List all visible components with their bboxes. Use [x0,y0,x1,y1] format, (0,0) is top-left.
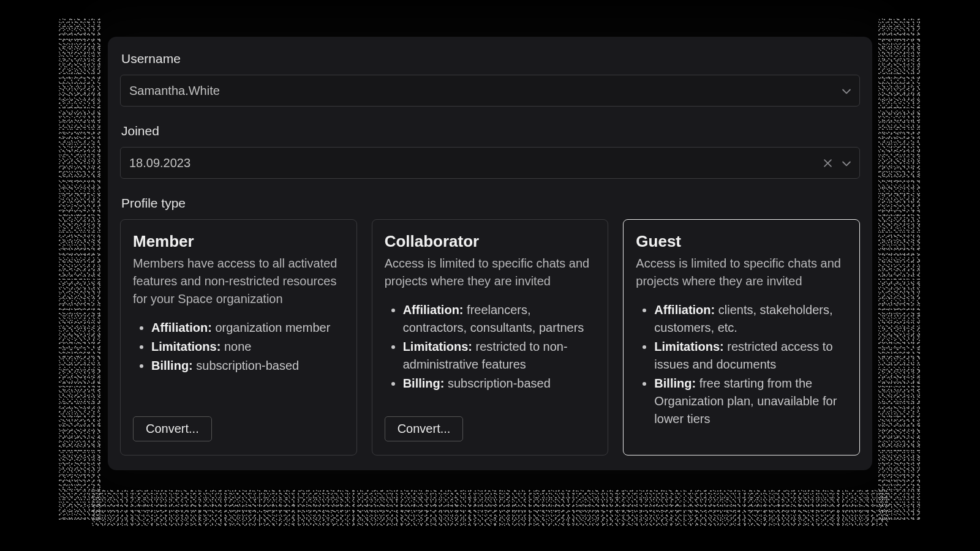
joined-label: Joined [121,124,860,138]
joined-value: 18.09.2023 [129,156,824,170]
profile-type-cards: Member Members have access to all activa… [120,219,860,455]
profile-card-title: Member [133,232,344,251]
username-select-icons [842,86,851,95]
list-item: Billing: free starting from the Organiza… [654,375,847,428]
username-label: Username [121,51,860,66]
list-item: Billing: subscription-based [151,357,344,375]
noise-decoration [878,18,921,520]
convert-button[interactable]: Convert... [385,416,464,441]
profile-type-label: Profile type [121,196,860,211]
profile-card-guest[interactable]: Guest Access is limited to specific chat… [623,219,860,455]
profile-card-bullets: Affiliation: organization member Limitat… [133,319,344,376]
profile-panel: Username Samantha.White Joined 18.09.202… [108,37,872,470]
username-select[interactable]: Samantha.White [120,75,860,107]
username-value: Samantha.White [129,84,842,98]
list-item: Billing: subscription-based [403,375,596,392]
joined-select[interactable]: 18.09.2023 [120,147,860,179]
profile-card-collaborator[interactable]: Collaborator Access is limited to specif… [372,219,609,455]
list-item: Affiliation: clients, stakeholders, cust… [654,301,847,337]
profile-card-bullets: Affiliation: freelancers, contractors, c… [385,301,596,394]
list-item: Affiliation: freelancers, contractors, c… [403,301,596,337]
list-item: Limitations: restricted to non-administr… [403,338,596,373]
profile-card-title: Guest [636,232,847,251]
spacer [385,406,596,416]
profile-card-bullets: Affiliation: clients, stakeholders, cust… [636,301,847,429]
chevron-down-icon [842,86,851,95]
chevron-down-icon [842,159,851,167]
profile-card-title: Collaborator [385,232,596,251]
profile-card-member[interactable]: Member Members have access to all activa… [120,219,357,455]
profile-card-desc: Members have access to all activated fea… [133,255,344,308]
joined-select-icons [824,159,851,167]
convert-button[interactable]: Convert... [133,416,212,441]
profile-card-desc: Access is limited to specific chats and … [385,255,596,290]
list-item: Affiliation: organization member [151,319,344,337]
noise-decoration [59,18,102,520]
profile-card-desc: Access is limited to specific chats and … [636,255,847,290]
list-item: Limitations: none [151,338,344,356]
clear-icon[interactable] [824,159,832,167]
noise-decoration [92,490,888,527]
spacer [133,388,344,416]
list-item: Limitations: restricted access to issues… [654,338,847,373]
